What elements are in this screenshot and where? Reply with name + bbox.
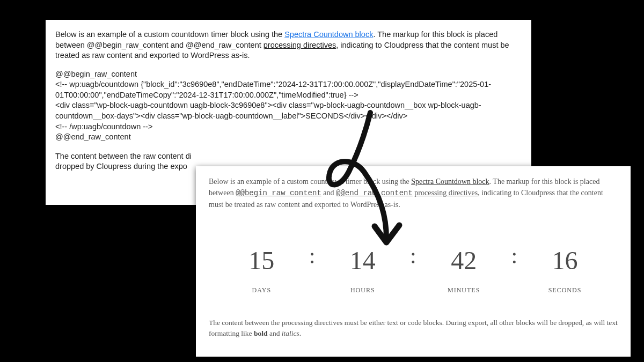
intro-text: Below is an example of a custom countdow… [209, 178, 411, 186]
rendered-footer-paragraph: The content between the processing direc… [209, 317, 618, 339]
code-line: <!-- /wp:uagb/countdown --> [55, 122, 522, 132]
countdown-minutes-label: MINUTES [434, 285, 493, 295]
truncated-line: The content between the raw content di [55, 151, 522, 162]
countdown-minutes-value: 42 [434, 241, 493, 280]
raw-code-block: @@begin_raw_content <!-- wp:uagb/countdo… [55, 69, 522, 143]
countdown-days: 15 DAYS [232, 241, 291, 295]
footer-italics: italics [282, 329, 299, 337]
stage: Below is an example of a custom countdow… [0, 0, 644, 362]
begin-raw-marker: @@begin_raw_content [236, 189, 321, 197]
countdown-minutes: 42 MINUTES [434, 241, 493, 295]
countdown-hours-label: HOURS [333, 285, 392, 295]
footer-mid: and [268, 329, 282, 337]
countdown-timer: 15 DAYS : 14 HOURS : 42 MINUTES : 16 SEC… [214, 241, 612, 295]
end-raw-marker: @@end_raw_content [336, 189, 413, 197]
countdown-separator: : [511, 241, 518, 269]
countdown-separator: : [410, 241, 416, 269]
intro-text: Below is an example of a custom countdow… [55, 30, 284, 39]
footer-end: . [299, 329, 301, 337]
countdown-seconds: 16 SECONDS [536, 241, 595, 295]
code-line: <!-- wp:uagb/countdown {"block_id":"3c96… [55, 79, 522, 100]
spectra-link[interactable]: Spectra Countdown block [284, 30, 373, 39]
spectra-link[interactable]: Spectra Countdown block [411, 178, 489, 186]
countdown-days-label: DAYS [232, 285, 291, 295]
footer-bold: bold [254, 329, 268, 337]
countdown-seconds-label: SECONDS [536, 285, 595, 295]
code-line: @@end_raw_content [55, 132, 522, 143]
code-line: @@begin_raw_content [55, 69, 522, 80]
countdown-hours-value: 14 [333, 241, 392, 280]
countdown-seconds-value: 16 [536, 241, 595, 280]
processing-directives-link[interactable]: processing directives [264, 41, 336, 49]
countdown-hours: 14 HOURS [333, 241, 392, 295]
countdown-days-value: 15 [232, 241, 291, 280]
rendered-intro-paragraph: Below is an example of a custom countdow… [209, 176, 618, 210]
countdown-separator: : [309, 241, 316, 269]
source-intro-paragraph: Below is an example of a custom countdow… [55, 29, 522, 61]
processing-directives-link[interactable]: processing directives [414, 189, 478, 197]
code-line: <div class="wp-block-uagb-countdown uagb… [55, 100, 522, 121]
and-word: and [321, 189, 336, 197]
rendered-output-card: Below is an example of a custom countdow… [196, 166, 631, 357]
